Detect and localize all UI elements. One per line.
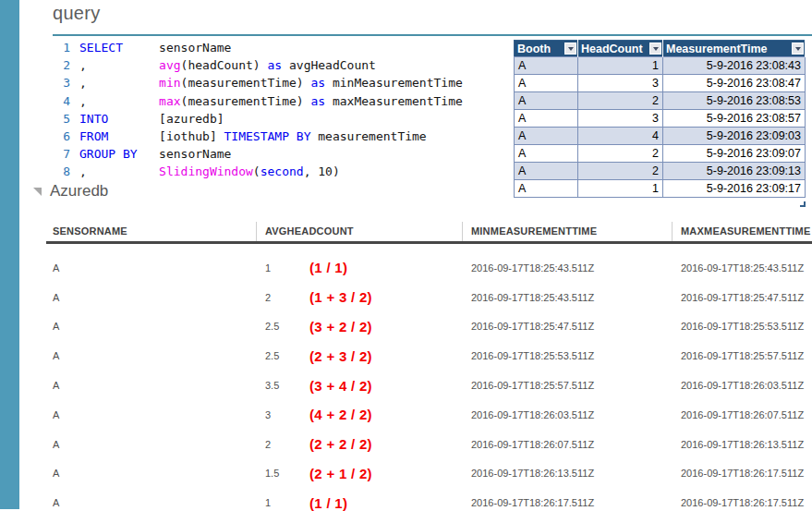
filter-dropdown-icon[interactable]	[792, 43, 804, 55]
excel-column-header: MeasurementTime	[663, 41, 806, 57]
line-number: 5	[48, 110, 79, 128]
result-cell-avg: 1	[265, 262, 309, 274]
result-cell-avg: 2	[265, 292, 309, 303]
excel-cell[interactable]: 5-9-2016 23:08:47	[663, 75, 806, 92]
excel-cell[interactable]: 5-9-2016 23:09:13	[663, 163, 806, 180]
result-cell-avg: 2.5	[265, 350, 309, 361]
result-cell-sensor: A	[53, 380, 265, 391]
filter-arrow-icon	[653, 47, 659, 51]
results-col-avgheadcount: AVGHEADCOUNT	[265, 225, 471, 237]
excel-cell[interactable]: 2	[578, 92, 663, 110]
result-cell-min: 2016-09-17T18:26:07.511Z	[471, 439, 681, 450]
code-text: FROM [iothub] TIMESTAMP BY measurementTi…	[79, 128, 427, 145]
result-cell-min: 2016-09-17T18:25:43.511Z	[471, 292, 681, 303]
excel-row: A35-9-2016 23:08:57	[515, 110, 806, 128]
result-cell-formula: (1 / 1)	[309, 260, 471, 275]
result-cell-avg: 2.5	[265, 321, 309, 332]
excel-cell[interactable]: 3	[578, 110, 663, 128]
code-line: 5INTO [azuredb]	[48, 110, 463, 128]
excel-cell[interactable]: 1	[578, 57, 663, 75]
result-cell-max: 2016-09-17T18:25:57.511Z	[681, 350, 812, 361]
result-cell-min: 2016-09-17T18:25:43.511Z	[471, 262, 681, 274]
excel-cell[interactable]: A	[515, 128, 578, 145]
excel-column-header: HeadCount	[578, 41, 663, 57]
result-cell-min: 2016-09-17T18:25:47.511Z	[471, 321, 681, 332]
result-cell-formula: (1 / 1)	[309, 495, 471, 511]
result-row: A3(4 + 2 / 2)2016-09-17T18:26:03.511Z201…	[0, 400, 812, 430]
header-separator	[672, 222, 673, 243]
query-editor[interactable]: 1SELECT sensorName2, avg(headCount) as a…	[48, 39, 463, 181]
result-row: A1(1 / 1)2016-09-17T18:25:43.511Z2016-09…	[0, 253, 812, 283]
excel-cell[interactable]: A	[515, 163, 578, 180]
excel-cell[interactable]: 5-9-2016 23:09:17	[663, 180, 806, 198]
excel-sample-table: BoothHeadCountMeasurementTime A15-9-2016…	[514, 40, 806, 198]
result-cell-min: 2016-09-17T18:26:17.511Z	[471, 497, 681, 508]
code-line: 8, SlidingWindow(second, 10)	[48, 163, 463, 180]
filter-arrow-icon	[568, 47, 574, 51]
code-text: , avg(headCount) as avgHeadCount	[79, 56, 376, 74]
result-cell-sensor: A	[53, 409, 265, 420]
result-cell-min: 2016-09-17T18:25:57.511Z	[471, 380, 681, 391]
result-cell-sensor: A	[53, 350, 265, 361]
excel-cell[interactable]: A	[515, 92, 578, 110]
result-cell-sensor: A	[53, 292, 265, 303]
excel-header-row: BoothHeadCountMeasurementTime	[515, 41, 806, 57]
collapse-triangle-icon	[33, 188, 42, 196]
result-row: A3.5(3 + 4 / 2)2016-09-17T18:25:57.511Z2…	[0, 371, 812, 400]
filter-dropdown-icon[interactable]	[649, 43, 661, 55]
line-number: 1	[48, 39, 79, 56]
excel-cell[interactable]: 5-9-2016 23:09:07	[663, 145, 806, 163]
excel-cell[interactable]: A	[515, 110, 578, 128]
excel-cell[interactable]: 1	[578, 180, 663, 198]
result-cell-avg: 3	[265, 409, 309, 420]
code-line: 2, avg(headCount) as avgHeadCount	[48, 56, 463, 74]
result-cell-max: 2016-09-17T18:25:53.511Z	[681, 321, 812, 332]
line-number: 6	[48, 128, 79, 145]
excel-cell[interactable]: 2	[578, 145, 663, 163]
excel-row: A25-9-2016 23:09:13	[515, 163, 806, 180]
result-cell-max: 2016-09-17T18:26:03.511Z	[681, 380, 812, 391]
result-cell-max: 2016-09-17T18:26:13.511Z	[681, 439, 812, 450]
excel-row: A25-9-2016 23:09:07	[515, 145, 806, 163]
result-row: A2(2 + 2 / 2)2016-09-17T18:26:07.511Z201…	[0, 430, 812, 459]
table-resize-handle[interactable]	[800, 201, 806, 207]
header-separator	[256, 222, 257, 243]
excel-cell[interactable]: A	[515, 57, 578, 75]
line-number: 2	[48, 56, 79, 74]
code-text: , max(measurementTime) as maxMeasurement…	[79, 92, 463, 110]
result-cell-avg: 2	[265, 439, 309, 450]
filter-dropdown-icon[interactable]	[564, 43, 576, 55]
results-col-sensorname: SENSORNAME	[53, 225, 265, 237]
result-cell-min: 2016-09-17T18:26:13.511Z	[471, 468, 681, 479]
query-editor-lines: 1SELECT sensorName2, avg(headCount) as a…	[48, 39, 463, 181]
excel-cell[interactable]: 5-9-2016 23:08:57	[663, 110, 806, 128]
excel-cell[interactable]: 5-9-2016 23:09:03	[663, 128, 806, 145]
result-cell-max: 2016-09-17T18:26:07.511Z	[681, 409, 812, 420]
excel-cell[interactable]: A	[515, 145, 578, 163]
result-cell-max: 2016-09-17T18:25:47.511Z	[681, 292, 812, 303]
excel-cell[interactable]: 4	[578, 128, 663, 145]
excel-cell[interactable]: A	[515, 180, 578, 198]
line-number: 3	[48, 74, 79, 91]
excel-cell[interactable]: 5-9-2016 23:08:53	[663, 92, 806, 110]
result-cell-min: 2016-09-17T18:25:53.511Z	[471, 350, 681, 361]
section-header-azuredb[interactable]: Azuredb	[33, 182, 108, 201]
excel-cell[interactable]: 3	[578, 75, 663, 92]
excel-row: A25-9-2016 23:08:53	[515, 92, 806, 110]
excel-row: A45-9-2016 23:09:03	[515, 128, 806, 145]
excel-cell[interactable]: 5-9-2016 23:08:43	[663, 57, 806, 75]
result-cell-max: 2016-09-17T18:26:17.511Z	[681, 497, 812, 508]
code-line: 1SELECT sensorName	[48, 39, 463, 56]
excel-column-label: MeasurementTime	[666, 43, 768, 55]
result-cell-max: 2016-09-17T18:26:17.511Z	[681, 468, 812, 479]
result-cell-formula: (2 + 2 / 2)	[309, 436, 471, 452]
section-title: Azuredb	[50, 182, 108, 201]
result-cell-avg: 1	[265, 497, 309, 508]
excel-cell[interactable]: 2	[578, 163, 663, 180]
line-number: 7	[48, 145, 79, 163]
result-cell-formula: (2 + 3 / 2)	[309, 348, 471, 364]
code-line: 3, min(measurementTime) as minMeasuremen…	[48, 74, 463, 91]
code-line: 7GROUP BY sensorName	[48, 145, 463, 163]
result-cell-avg: 1.5	[265, 468, 309, 479]
excel-cell[interactable]: A	[515, 75, 578, 92]
